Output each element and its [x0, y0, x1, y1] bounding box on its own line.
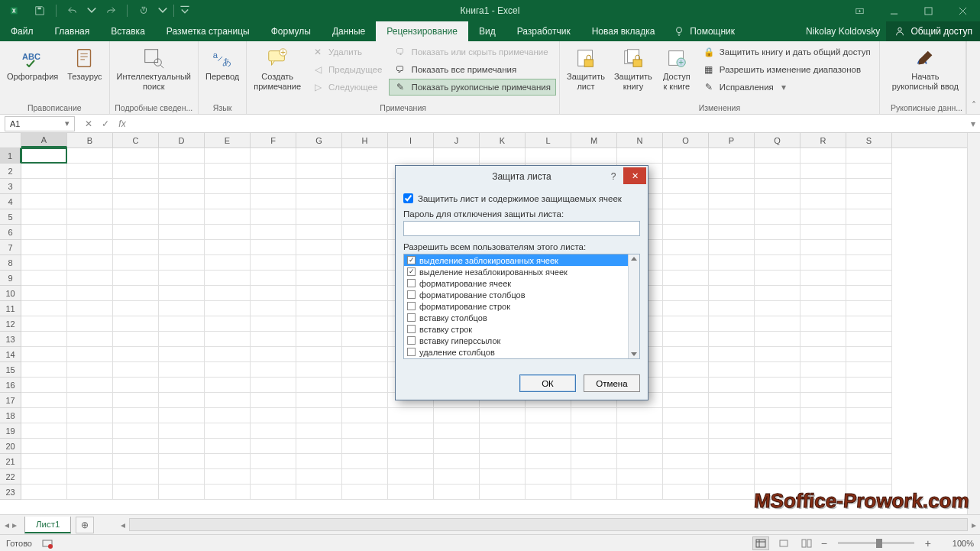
qat-save-icon[interactable] [29, 2, 50, 20]
sheet-tab-1[interactable]: Лист1 [24, 517, 71, 533]
cell[interactable] [709, 469, 755, 485]
cell[interactable] [709, 255, 755, 271]
share-button[interactable]: Общий доступ [886, 21, 980, 41]
row-header[interactable]: 22 [0, 469, 21, 485]
cell[interactable] [526, 485, 571, 500]
cell[interactable] [755, 209, 800, 225]
tab-view[interactable]: Вид [468, 21, 506, 41]
cell[interactable] [251, 393, 296, 408]
cell[interactable] [113, 378, 159, 393]
cell[interactable] [571, 423, 617, 439]
cell[interactable] [67, 164, 113, 179]
cell[interactable] [159, 179, 205, 194]
column-header[interactable]: J [434, 133, 480, 147]
cell[interactable] [67, 378, 113, 393]
cell[interactable] [113, 393, 159, 408]
cell[interactable] [205, 286, 251, 301]
tab-review[interactable]: Рецензирование [376, 21, 468, 41]
cell[interactable] [21, 179, 67, 194]
row-header[interactable]: 16 [0, 378, 21, 393]
select-all-cell[interactable] [0, 133, 21, 147]
cell[interactable] [113, 148, 159, 164]
cell[interactable] [251, 454, 296, 469]
permission-item[interactable]: вставку гиперссылок [404, 335, 628, 346]
cell[interactable] [617, 485, 663, 500]
column-header[interactable]: I [388, 133, 434, 147]
cell[interactable] [846, 194, 892, 209]
column-header[interactable]: N [617, 133, 663, 147]
cell[interactable] [296, 408, 342, 423]
cell[interactable] [755, 393, 800, 408]
cell[interactable] [755, 225, 800, 240]
cell[interactable] [846, 347, 892, 362]
cell[interactable] [296, 378, 342, 393]
cell[interactable] [67, 271, 113, 286]
cell[interactable] [67, 286, 113, 301]
cell[interactable] [342, 164, 388, 179]
permission-item[interactable]: форматирование строк [404, 300, 628, 312]
cell[interactable] [617, 469, 663, 485]
cell[interactable] [755, 240, 800, 255]
cell[interactable] [342, 439, 388, 454]
cell[interactable] [21, 347, 67, 362]
cell[interactable] [755, 316, 800, 332]
cell[interactable] [251, 362, 296, 378]
cell[interactable] [159, 408, 205, 423]
column-header[interactable]: G [296, 133, 342, 147]
cell[interactable] [159, 439, 205, 454]
cell[interactable] [21, 148, 67, 164]
excel-app-icon[interactable] [5, 2, 26, 20]
cell[interactable] [342, 148, 388, 164]
dialog-help-icon[interactable]: ? [605, 169, 622, 184]
cell[interactable] [755, 179, 800, 194]
cell[interactable] [21, 164, 67, 179]
cell[interactable] [709, 347, 755, 362]
cell[interactable] [296, 225, 342, 240]
cell[interactable] [205, 148, 251, 164]
cell[interactable] [342, 347, 388, 362]
checkbox-icon[interactable] [407, 325, 416, 333]
cell[interactable] [617, 408, 663, 423]
cell[interactable] [709, 301, 755, 316]
cell[interactable] [663, 164, 709, 179]
cell[interactable] [663, 485, 709, 500]
cell[interactable] [846, 454, 892, 469]
cell[interactable] [800, 240, 846, 255]
sheet-nav-next-icon[interactable]: ▸ [12, 520, 17, 530]
tab-developer[interactable]: Разработчик [506, 21, 581, 41]
cell[interactable] [21, 332, 67, 347]
cell[interactable] [21, 423, 67, 439]
cell[interactable] [434, 469, 480, 485]
cell[interactable] [21, 301, 67, 316]
cell[interactable] [296, 271, 342, 286]
cell[interactable] [251, 225, 296, 240]
cell[interactable] [342, 271, 388, 286]
cell[interactable] [296, 485, 342, 500]
cell[interactable] [846, 225, 892, 240]
cell[interactable] [67, 362, 113, 378]
cell[interactable] [251, 271, 296, 286]
cell[interactable] [205, 179, 251, 194]
cell[interactable] [846, 271, 892, 286]
cell[interactable] [617, 423, 663, 439]
cell[interactable] [113, 164, 159, 179]
cell[interactable] [663, 271, 709, 286]
permission-item[interactable]: вставку столбцов [404, 312, 628, 323]
account-name[interactable]: Nikolay Koldovsky [800, 21, 886, 41]
cell[interactable] [617, 439, 663, 454]
cell[interactable] [755, 148, 800, 164]
cell[interactable] [755, 408, 800, 423]
row-header[interactable]: 6 [0, 225, 21, 240]
cell[interactable] [342, 179, 388, 194]
cell[interactable] [296, 179, 342, 194]
row-header[interactable]: 3 [0, 179, 21, 194]
cell[interactable] [205, 439, 251, 454]
cell[interactable] [205, 469, 251, 485]
tab-data[interactable]: Данные [322, 21, 376, 41]
cell[interactable] [342, 408, 388, 423]
cell[interactable] [846, 164, 892, 179]
cell[interactable] [251, 301, 296, 316]
row-header[interactable]: 21 [0, 454, 21, 469]
row-header[interactable]: 10 [0, 286, 21, 301]
cell[interactable] [342, 209, 388, 225]
